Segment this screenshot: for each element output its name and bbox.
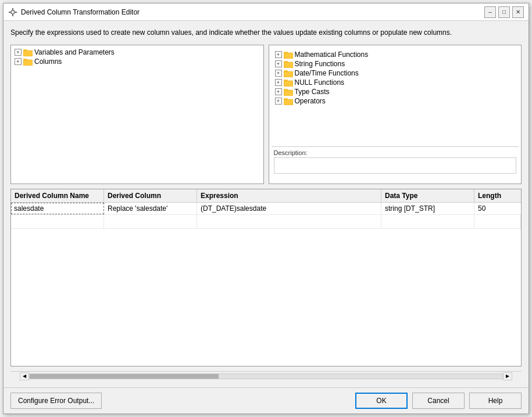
tree-item-null[interactable]: + NULL Functions bbox=[274, 78, 517, 87]
window-icon bbox=[8, 8, 17, 17]
horizontal-scrollbar[interactable] bbox=[29, 373, 503, 379]
cell-derived-col[interactable]: Replace 'salesdate' bbox=[104, 203, 197, 214]
tree-label-math: Mathematical Functions bbox=[295, 51, 369, 59]
svg-rect-6 bbox=[23, 49, 27, 51]
scrollbar-thumb bbox=[30, 374, 219, 379]
panels-row: + Variables and Parameters + bbox=[10, 45, 522, 184]
tree-label-datetime: Date/Time Functions bbox=[295, 69, 359, 77]
window-title: Derived Column Transformation Editor bbox=[21, 8, 140, 16]
svg-rect-4 bbox=[15, 12, 17, 13]
tree-label-null: NULL Functions bbox=[295, 78, 345, 87]
col-header-expression: Expression bbox=[197, 189, 381, 202]
scroll-right-button[interactable]: ▶ bbox=[503, 372, 512, 380]
main-window: Derived Column Transformation Editor – □… bbox=[3, 3, 529, 414]
footer: Configure Error Output... OK Cancel Help bbox=[3, 387, 529, 414]
cell-length[interactable]: 50 bbox=[474, 203, 521, 214]
svg-rect-8 bbox=[23, 60, 33, 66]
folder-icon-variables bbox=[23, 48, 33, 56]
tree-item-operators[interactable]: + Operators bbox=[274, 96, 517, 106]
table-row[interactable]: salesdate Replace 'salesdate' (DT_DATE)s… bbox=[11, 203, 521, 215]
expander-math[interactable]: + bbox=[275, 51, 282, 58]
col-header-length: Length bbox=[474, 189, 521, 202]
footer-right: OK Cancel Help bbox=[355, 393, 522, 409]
tree-item-math[interactable]: + Mathematical Functions bbox=[274, 50, 517, 59]
folder-icon-datetime bbox=[284, 69, 293, 77]
svg-rect-21 bbox=[284, 80, 288, 81]
right-panel: + Mathematical Functions + bbox=[269, 45, 522, 184]
grid-header: Derived Column Name Derived Column Expre… bbox=[11, 189, 521, 203]
tree-item-columns[interactable]: + Columns bbox=[13, 57, 261, 66]
folder-icon-string bbox=[284, 60, 293, 68]
folder-icon-operators bbox=[284, 97, 293, 105]
svg-rect-9 bbox=[23, 59, 27, 60]
tree-item-string[interactable]: + String Functions bbox=[274, 59, 517, 69]
svg-rect-15 bbox=[284, 61, 288, 63]
expander-null[interactable]: + bbox=[275, 79, 282, 86]
close-button[interactable]: ✕ bbox=[512, 6, 524, 18]
title-bar-left: Derived Column Transformation Editor bbox=[8, 8, 140, 17]
svg-rect-11 bbox=[284, 53, 293, 59]
svg-rect-5 bbox=[23, 51, 33, 56]
tree-label-typecasts: Type Casts bbox=[295, 88, 330, 96]
title-bar: Derived Column Transformation Editor – □… bbox=[3, 3, 529, 21]
horizontal-scrollbar-area: ◀ ▶ bbox=[10, 371, 522, 380]
help-button[interactable]: Help bbox=[469, 393, 522, 409]
cell-empty-expr bbox=[197, 215, 381, 228]
ok-button[interactable]: OK bbox=[355, 393, 408, 409]
svg-rect-12 bbox=[284, 52, 288, 53]
col-header-derived: Derived Column bbox=[104, 189, 197, 202]
tree-item-variables[interactable]: + Variables and Parameters bbox=[13, 48, 261, 57]
grid-empty-row[interactable] bbox=[11, 215, 521, 229]
svg-rect-3 bbox=[9, 12, 10, 13]
svg-rect-24 bbox=[284, 89, 288, 91]
cell-empty-name bbox=[11, 215, 104, 228]
svg-point-0 bbox=[11, 10, 15, 14]
cell-empty-length bbox=[474, 215, 521, 228]
svg-rect-27 bbox=[284, 98, 288, 100]
svg-rect-1 bbox=[12, 8, 13, 10]
description-label: Description: bbox=[274, 149, 517, 156]
minimize-button[interactable]: – bbox=[484, 6, 496, 18]
cell-expression[interactable]: (DT_DATE)salesdate bbox=[197, 203, 381, 214]
title-controls: – □ ✕ bbox=[484, 6, 524, 18]
svg-rect-26 bbox=[284, 99, 293, 105]
tree-label-columns: Columns bbox=[34, 57, 62, 66]
cancel-button[interactable]: Cancel bbox=[412, 393, 465, 409]
tree-label-operators: Operators bbox=[295, 97, 326, 105]
svg-rect-17 bbox=[284, 71, 293, 77]
expander-variables[interactable]: + bbox=[15, 49, 22, 56]
expander-columns[interactable]: + bbox=[15, 58, 22, 65]
col-header-name: Derived Column Name bbox=[11, 189, 104, 202]
folder-icon-math bbox=[284, 51, 293, 59]
description-section: Description: bbox=[272, 146, 519, 181]
configure-error-output-button[interactable]: Configure Error Output... bbox=[10, 393, 102, 409]
expander-operators[interactable]: + bbox=[275, 98, 282, 105]
svg-rect-18 bbox=[284, 70, 288, 72]
cell-datatype[interactable]: string [DT_STR] bbox=[381, 203, 474, 214]
svg-rect-20 bbox=[284, 81, 293, 87]
cell-empty-derived bbox=[104, 215, 197, 228]
description-text: Specify the expressions used to create n… bbox=[10, 28, 522, 40]
cell-empty-dtype bbox=[381, 215, 474, 228]
tree-item-datetime[interactable]: + Date/Time Functions bbox=[274, 69, 517, 78]
tree-item-typecasts[interactable]: + Type Casts bbox=[274, 87, 517, 96]
scroll-left-button[interactable]: ◀ bbox=[20, 372, 29, 380]
folder-icon-columns bbox=[23, 57, 33, 66]
data-grid: Derived Column Name Derived Column Expre… bbox=[10, 189, 522, 366]
expander-typecasts[interactable]: + bbox=[275, 88, 282, 95]
expander-string[interactable]: + bbox=[275, 60, 282, 67]
left-tree-panel: + Variables and Parameters + bbox=[10, 45, 264, 184]
svg-rect-23 bbox=[284, 90, 293, 96]
svg-rect-2 bbox=[12, 15, 13, 16]
description-input[interactable] bbox=[274, 157, 517, 174]
tree-label-string: String Functions bbox=[295, 60, 345, 68]
grid-body: salesdate Replace 'salesdate' (DT_DATE)s… bbox=[11, 203, 521, 366]
folder-icon-null bbox=[284, 78, 293, 87]
col-header-datatype: Data Type bbox=[381, 189, 474, 202]
right-tree-panel: + Mathematical Functions + bbox=[272, 48, 519, 146]
tree-label-variables: Variables and Parameters bbox=[34, 48, 115, 56]
expander-datetime[interactable]: + bbox=[275, 70, 282, 77]
cell-derived-col-name[interactable]: salesdate bbox=[11, 203, 104, 214]
maximize-button[interactable]: □ bbox=[498, 6, 510, 18]
folder-icon-typecasts bbox=[284, 88, 293, 96]
